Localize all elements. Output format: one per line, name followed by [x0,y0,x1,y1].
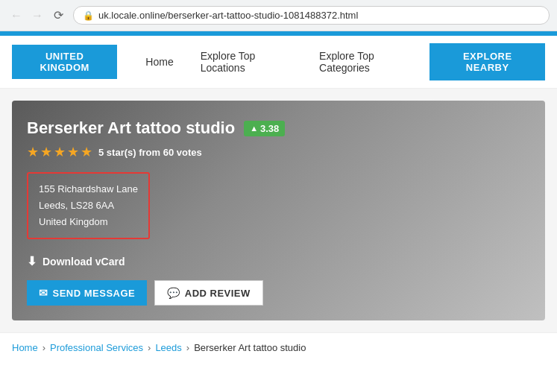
vcard-row: ⬇ Download vCard [27,254,530,268]
logo-button[interactable]: UNITED KINGDOM [12,45,117,79]
stars-label: 5 star(s) from 60 votes [98,147,202,158]
vcard-label: Download vCard [43,256,125,268]
rating-badge: ▲ 3.38 [244,121,285,136]
address-box: 155 Richardshaw Lane Leeds, LS28 6AA Uni… [27,172,150,239]
url-text: uk.locale.online/berserker-art-tattoo-st… [98,10,358,21]
breadcrumb-leeds[interactable]: Leeds [155,342,181,353]
reload-button[interactable]: ⟳ [49,7,67,25]
forward-button[interactable]: → [28,7,46,25]
business-card: Berserker Art tattoo studio ▲ 3.38 ★★★★★… [12,101,545,320]
address-bar[interactable]: 🔒 uk.locale.online/berserker-art-tattoo-… [73,6,550,25]
breadcrumb: Home › Professional Services › Leeds › B… [0,332,557,362]
breadcrumb-current: Berserker Art tattoo studio [194,342,306,353]
business-name: Berserker Art tattoo studio [27,118,235,138]
address-line-3: United Kingdom [39,214,138,230]
breadcrumb-sep-1: › [43,342,45,353]
rating-value: 3.38 [260,123,279,134]
breadcrumb-sep-2: › [148,342,151,353]
breadcrumb-home[interactable]: Home [12,342,38,353]
main-content: Berserker Art tattoo studio ▲ 3.38 ★★★★★… [0,89,557,332]
breadcrumb-professional-services[interactable]: Professional Services [50,342,143,353]
nav-explore-locations[interactable]: Explore Top Locations [187,44,306,80]
browser-nav: ← → ⟳ [7,7,67,25]
stars-display: ★★★★★ [27,144,94,160]
add-review-label: ADD REVIEW [185,288,251,299]
back-button[interactable]: ← [7,7,25,25]
speech-bubble-icon: 💬 [167,287,180,299]
nav-bar: UNITED KINGDOM Home Explore Top Location… [0,36,557,89]
lock-icon: 🔒 [83,10,94,21]
stars-row: ★★★★★ 5 star(s) from 60 votes [27,144,530,160]
download-icon: ⬇ [27,254,37,268]
business-title-row: Berserker Art tattoo studio ▲ 3.38 [27,118,530,138]
address-line-1: 155 Richardshaw Lane [39,181,138,197]
browser-chrome: ← → ⟳ 🔒 uk.locale.online/berserker-art-t… [0,0,557,31]
send-message-label: SEND MESSAGE [53,288,136,299]
address-line-2: Leeds, LS28 6AA [39,197,138,214]
rating-arrow-icon: ▲ [250,124,258,133]
envelope-icon: ✉ [39,287,48,299]
nav-explore-categories[interactable]: Explore Top Categories [306,44,429,80]
explore-nearby-button[interactable]: EXPLORE NEARBY [429,43,545,80]
add-review-button[interactable]: 💬 ADD REVIEW [154,280,263,306]
nav-home[interactable]: Home [132,50,186,74]
breadcrumb-sep-3: › [186,342,189,353]
send-message-button[interactable]: ✉ SEND MESSAGE [27,280,147,306]
action-buttons: ✉ SEND MESSAGE 💬 ADD REVIEW [27,280,530,306]
